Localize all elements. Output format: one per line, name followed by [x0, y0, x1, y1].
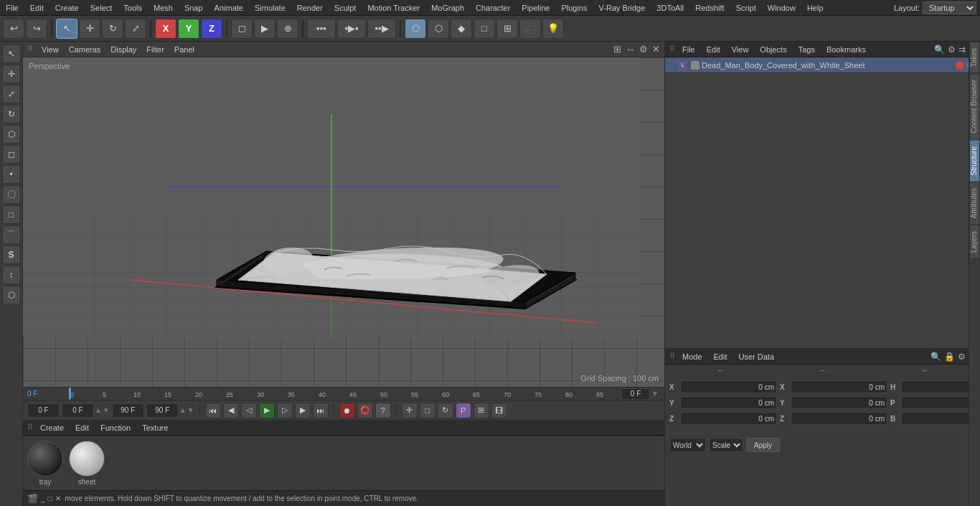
menu-create[interactable]: Create: [50, 2, 85, 14]
transport-min-frame[interactable]: [62, 403, 94, 418]
obj-menu-objects[interactable]: Objects: [755, 44, 791, 55]
tool-box[interactable]: □: [2, 205, 21, 224]
menu-vray[interactable]: V-Ray Bridge: [593, 2, 651, 14]
minimize-icon[interactable]: _: [41, 495, 45, 502]
layout-dropdown[interactable]: Startup Standard: [923, 1, 976, 14]
tool-align[interactable]: ⬡: [2, 286, 21, 304]
menu-select[interactable]: Select: [85, 2, 118, 14]
y-axis-button[interactable]: Y: [178, 19, 199, 39]
shading-iso-button[interactable]: □: [473, 19, 495, 39]
world-space-select[interactable]: World Object: [669, 438, 706, 452]
apply-button[interactable]: Apply: [746, 438, 780, 452]
obj-menu-view[interactable]: View: [727, 44, 753, 55]
coord-z-pos-input[interactable]: [680, 412, 777, 425]
menu-snap[interactable]: Snap: [179, 2, 209, 14]
step-back-button[interactable]: ◁: [241, 403, 257, 418]
material-tray-preview[interactable]: [27, 441, 63, 477]
vp-menu-cameras[interactable]: Cameras: [65, 44, 105, 55]
vp-menu-display[interactable]: Display: [106, 44, 141, 55]
timeline-down-arrow[interactable]: ▼: [651, 390, 659, 398]
mat-menu-texture[interactable]: Texture: [138, 422, 172, 434]
obj-filter-icon[interactable]: ⚙: [948, 44, 956, 55]
attr-lock-icon[interactable]: 🔒: [944, 352, 955, 362]
viewport-tool-film[interactable]: 🎞: [491, 403, 507, 418]
restore-icon[interactable]: □: [48, 495, 52, 502]
material-sheet[interactable]: sheet: [69, 441, 105, 486]
object-status-dot[interactable]: [956, 61, 964, 70]
shading-flat-button[interactable]: ⬡: [405, 19, 426, 39]
tool-poly[interactable]: ⬡: [2, 125, 21, 144]
object-mode-button[interactable]: ◻: [231, 19, 253, 39]
render-to-po-button[interactable]: ▪▪▶: [367, 19, 396, 39]
render-view-button[interactable]: ▪▶▪: [337, 19, 366, 39]
obj-menu-bookmarks[interactable]: Bookmarks: [822, 44, 870, 55]
menu-motion-tracker[interactable]: Motion Tracker: [362, 2, 425, 14]
object-visibility-dot[interactable]: [691, 61, 699, 70]
viewport-filter-button[interactable]: ⊞: [496, 19, 518, 39]
coord-y-pos-input[interactable]: [680, 396, 777, 409]
material-tray[interactable]: tray: [27, 441, 63, 486]
menu-redshift[interactable]: Redshift: [689, 2, 730, 14]
viewport-tool-1[interactable]: ✛: [402, 403, 418, 418]
move-tool-button[interactable]: ✛: [79, 19, 100, 39]
menu-render[interactable]: Render: [291, 2, 329, 14]
tool-rotate[interactable]: ↻: [2, 105, 21, 123]
menu-plugins[interactable]: Plugins: [555, 2, 593, 14]
transport-end-frame[interactable]: [146, 403, 179, 418]
play-fwd-button[interactable]: ▶: [254, 19, 275, 39]
menu-pipeline[interactable]: Pipeline: [516, 2, 555, 14]
menu-sculpt[interactable]: Sculpt: [329, 2, 362, 14]
redo-button[interactable]: ↪: [26, 19, 47, 39]
camera-button[interactable]: 🎥: [519, 19, 541, 39]
transport-min-arrow-down[interactable]: ▼: [103, 406, 110, 414]
menu-3dtoall[interactable]: 3DToAll: [651, 2, 689, 14]
menu-tools[interactable]: Tools: [118, 2, 148, 14]
go-to-end-button[interactable]: ⏭: [313, 403, 329, 418]
attr-settings-icon[interactable]: ⚙: [958, 352, 966, 362]
coord-x-size-input[interactable]: [791, 380, 887, 393]
tab-attributes[interactable]: Attributes: [969, 182, 980, 225]
object-row-body[interactable]: L Dead_Man_Body_Covered_with_White_Sheet: [665, 57, 980, 73]
next-frame-button[interactable]: ▶: [295, 403, 311, 418]
record-button[interactable]: ⏺: [339, 403, 355, 418]
shading-solid-button[interactable]: ◆: [451, 19, 472, 39]
attr-search-icon[interactable]: 🔍: [930, 352, 941, 362]
tab-content-browser[interactable]: Content Browser: [969, 73, 980, 139]
viewport-tool-3[interactable]: ↻: [438, 403, 453, 418]
attr-menu-userdata[interactable]: User Data: [735, 351, 779, 362]
obj-menu-file[interactable]: File: [678, 44, 699, 55]
add-object-button[interactable]: ⊕: [277, 19, 298, 39]
transport-min-arrow-up[interactable]: ▲: [95, 406, 102, 414]
viewport-tool-p[interactable]: P: [456, 403, 471, 418]
obj-expand-all-icon[interactable]: ⇉: [958, 44, 966, 55]
tool-edge[interactable]: ◻: [2, 145, 21, 164]
tool-select[interactable]: ↖: [2, 44, 21, 63]
vp-maximize-icon[interactable]: ⊞: [613, 44, 621, 55]
menu-window[interactable]: Window: [762, 2, 801, 14]
attr-menu-mode[interactable]: Mode: [678, 351, 707, 362]
play-button[interactable]: ▶: [259, 403, 275, 418]
tool-paint[interactable]: ⌒: [2, 225, 21, 244]
vp-menu-view[interactable]: View: [37, 44, 63, 55]
coord-x-pos-input[interactable]: [680, 380, 777, 393]
obj-search-icon[interactable]: 🔍: [934, 44, 945, 55]
transport-start-frame[interactable]: [27, 403, 60, 418]
select-tool-button[interactable]: ↖: [56, 19, 77, 39]
rotate-tool-button[interactable]: ↻: [102, 19, 123, 39]
scale-select[interactable]: Scale: [709, 438, 743, 452]
vp-menu-filter[interactable]: Filter: [142, 44, 168, 55]
prev-frame-button[interactable]: ◀: [223, 403, 239, 418]
shading-wire-button[interactable]: ⬡: [428, 19, 449, 39]
timeline-current-frame-input[interactable]: [621, 388, 650, 400]
viewport-tool-grid[interactable]: ⊞: [473, 403, 489, 418]
mat-menu-function[interactable]: Function: [96, 422, 135, 434]
menu-animate[interactable]: Animate: [209, 2, 249, 14]
vp-settings-icon[interactable]: ⚙: [639, 44, 648, 55]
tool-point[interactable]: •: [2, 165, 21, 184]
obj-menu-edit[interactable]: Edit: [702, 44, 725, 55]
menu-file[interactable]: File: [0, 2, 24, 14]
timeline-track[interactable]: 0 5 10 15 20 25 30 35 40 45 50 55: [69, 388, 618, 400]
timeline-ruler[interactable]: 0 F 0 5 10 15 20 25: [23, 387, 664, 400]
scale-tool-button[interactable]: ⤢: [125, 19, 146, 39]
undo-button[interactable]: ↩: [3, 19, 24, 39]
